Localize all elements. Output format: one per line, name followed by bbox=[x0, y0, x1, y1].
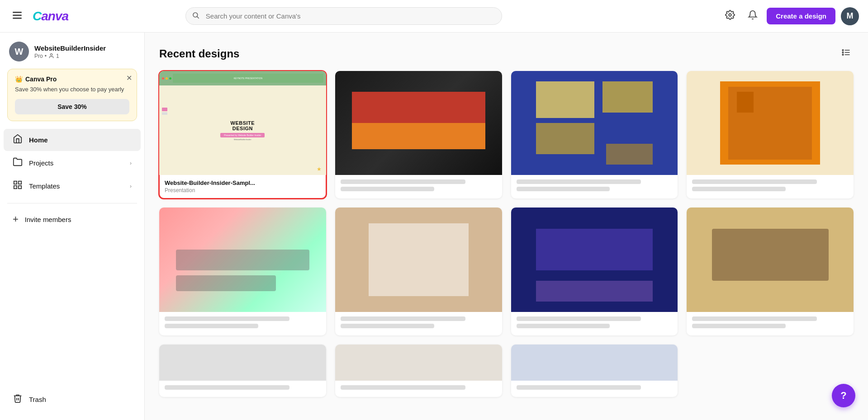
user-avatar[interactable]: M bbox=[841, 7, 859, 25]
svg-point-4 bbox=[729, 14, 732, 16]
design-card-6[interactable] bbox=[335, 208, 502, 335]
home-icon bbox=[13, 134, 23, 146]
create-design-button[interactable]: Create a design bbox=[767, 8, 835, 24]
profile-name: WebsiteBuilderInsider bbox=[34, 44, 135, 52]
design-card-5[interactable] bbox=[159, 208, 326, 335]
sidebar-item-invite[interactable]: + Invite members bbox=[4, 209, 141, 229]
sidebar-item-projects-label: Projects bbox=[29, 159, 123, 167]
design-thumb-2 bbox=[335, 71, 502, 175]
blurred-type-3 bbox=[517, 187, 610, 191]
templates-arrow-icon: › bbox=[130, 183, 132, 189]
design-card-8[interactable] bbox=[687, 208, 854, 335]
pro-banner-title: 👑 Canva Pro bbox=[15, 76, 129, 83]
design-thumb-1: KEYNOTE PRESENTATION WEBSITEDESIGN Prese… bbox=[159, 71, 326, 175]
design-grid: KEYNOTE PRESENTATION WEBSITEDESIGN Prese… bbox=[159, 71, 854, 397]
svg-rect-2 bbox=[13, 18, 22, 19]
sidebar-item-trash[interactable]: Trash bbox=[4, 388, 141, 411]
design-thumb-9 bbox=[159, 344, 326, 381]
design-card-2[interactable] bbox=[335, 71, 502, 198]
projects-arrow-icon: › bbox=[130, 160, 132, 166]
design-card-7[interactable] bbox=[511, 208, 678, 335]
design-card-9[interactable] bbox=[159, 344, 326, 397]
blurred-type-5 bbox=[165, 324, 258, 328]
design-info-10 bbox=[335, 381, 502, 397]
blurred-name-9 bbox=[165, 385, 289, 390]
blurred-name-4 bbox=[692, 179, 817, 184]
design-card-3[interactable] bbox=[511, 71, 678, 198]
design-card-4[interactable] bbox=[687, 71, 854, 198]
trash-label: Trash bbox=[29, 396, 46, 403]
svg-point-5 bbox=[50, 54, 52, 56]
sidebar-item-projects[interactable]: Projects › bbox=[4, 152, 141, 174]
plus-icon: + bbox=[13, 214, 19, 224]
design-info-11 bbox=[511, 381, 678, 397]
design-card-1[interactable]: KEYNOTE PRESENTATION WEBSITEDESIGN Prese… bbox=[159, 71, 326, 198]
pro-banner-description: Save 30% when you choose to pay yearly bbox=[15, 85, 129, 94]
blurred-name-5 bbox=[165, 316, 289, 321]
design-info-5 bbox=[159, 312, 326, 335]
sidebar-item-home[interactable]: Home bbox=[4, 129, 141, 151]
sidebar-item-templates[interactable]: Templates › bbox=[4, 175, 141, 197]
hamburger-button[interactable] bbox=[9, 8, 25, 24]
svg-rect-6 bbox=[14, 181, 17, 184]
notifications-button[interactable] bbox=[744, 6, 761, 26]
design-info-7 bbox=[511, 312, 678, 335]
design-thumb-8 bbox=[687, 208, 854, 311]
blurred-name-10 bbox=[341, 385, 465, 390]
blurred-type-4 bbox=[692, 187, 786, 191]
svg-point-13 bbox=[842, 50, 844, 51]
design-card-10[interactable] bbox=[335, 344, 502, 397]
save-30-button[interactable]: Save 30% bbox=[15, 99, 129, 114]
blurred-name-11 bbox=[517, 385, 641, 390]
search-icon bbox=[192, 11, 200, 21]
profile-info: WebsiteBuilderInsider Pro • 1 bbox=[34, 44, 135, 59]
svg-rect-8 bbox=[14, 186, 17, 189]
design-thumb-10 bbox=[335, 344, 502, 381]
design-name-1: Website-Builder-Insider-Sampl... bbox=[165, 179, 321, 186]
design-thumb-7 bbox=[511, 208, 678, 311]
help-button[interactable]: ? bbox=[832, 384, 855, 407]
design-thumb-6 bbox=[335, 208, 502, 311]
blurred-name-8 bbox=[692, 316, 817, 321]
svg-point-3 bbox=[193, 13, 198, 17]
design-thumb-4 bbox=[687, 71, 854, 175]
blurred-type-7 bbox=[517, 324, 610, 328]
design-info-4 bbox=[687, 175, 854, 198]
search-wrapper bbox=[185, 7, 502, 25]
design-info-9 bbox=[159, 381, 326, 397]
section-title: Recent designs bbox=[159, 47, 239, 60]
blurred-name-6 bbox=[341, 316, 465, 321]
design-thumb-11 bbox=[511, 344, 678, 381]
settings-button[interactable] bbox=[721, 6, 739, 26]
pro-banner: ✕ 👑 Canva Pro Save 30% when you choose t… bbox=[7, 69, 137, 121]
topbar-actions: Create a design M bbox=[721, 6, 859, 26]
design-card-11[interactable] bbox=[511, 344, 678, 397]
topbar: Canva Create a design M bbox=[0, 0, 868, 33]
design-info-2 bbox=[335, 175, 502, 198]
blurred-type-6 bbox=[341, 324, 434, 328]
person-icon bbox=[48, 53, 54, 59]
sidebar: W WebsiteBuilderInsider Pro • 1 ✕ 👑 Canv… bbox=[0, 33, 145, 420]
svg-point-14 bbox=[842, 52, 844, 53]
svg-rect-7 bbox=[19, 181, 21, 184]
svg-point-15 bbox=[842, 54, 844, 56]
trash-icon bbox=[13, 393, 23, 406]
design-type-1: Presentation bbox=[165, 187, 321, 193]
profile-meta: Pro • 1 bbox=[34, 53, 135, 59]
design-thumb-5 bbox=[159, 208, 326, 311]
pro-banner-close-button[interactable]: ✕ bbox=[126, 74, 132, 82]
svg-rect-9 bbox=[19, 186, 21, 189]
invite-label: Invite members bbox=[25, 216, 71, 223]
projects-icon bbox=[13, 157, 23, 169]
search-input[interactable] bbox=[185, 7, 502, 25]
canva-logo[interactable]: Canva bbox=[33, 9, 68, 24]
design-info-1: Website-Builder-Insider-Sampl... Present… bbox=[159, 175, 326, 198]
svg-rect-1 bbox=[13, 15, 22, 16]
sidebar-item-templates-label: Templates bbox=[29, 182, 123, 190]
content-area: Recent designs KEYNOTE bbox=[145, 33, 868, 420]
blurred-name-3 bbox=[517, 179, 641, 184]
sidebar-divider bbox=[7, 203, 137, 203]
section-header: Recent designs bbox=[159, 45, 854, 62]
view-toggle-button[interactable] bbox=[839, 45, 854, 62]
blurred-name-2 bbox=[341, 179, 465, 184]
